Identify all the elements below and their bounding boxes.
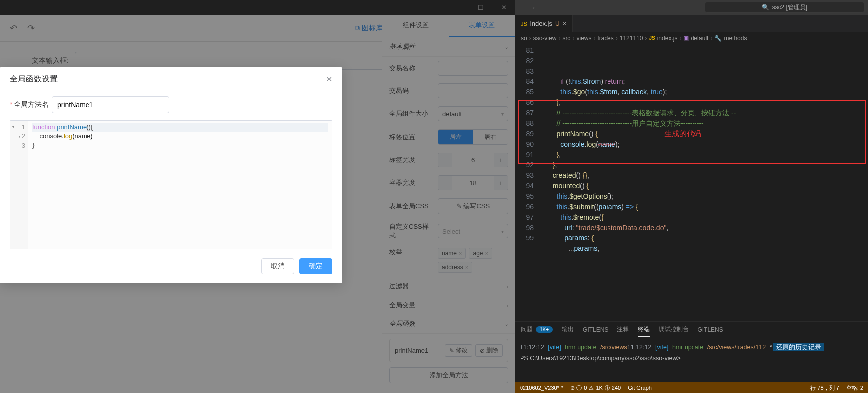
panel-tabs: 问题 1K+ 输出 GITLENS 注释 终端 调试控制台 GITLENS <box>515 321 868 337</box>
code-content[interactable]: if (!this.$from) return; this.$go(this.$… <box>538 44 868 321</box>
panel-tab-terminal[interactable]: 终端 <box>638 323 650 337</box>
search-icon: 🔍 <box>762 4 769 11</box>
close-icon[interactable]: ✕ <box>326 75 332 84</box>
panel-tab-problems[interactable]: 问题 1K+ <box>521 323 553 336</box>
panel-tab-gitlens2[interactable]: GITLENS <box>697 324 723 336</box>
code-editor[interactable]: 1i 23 function printName(){ console.log(… <box>10 120 332 249</box>
modal-title: 全局函数设置 <box>10 74 58 84</box>
confirm-button[interactable]: 确定 <box>299 258 332 274</box>
workspace-title: sso2 [管理员] <box>772 3 807 12</box>
breadcrumb-sso-view[interactable]: sso-view <box>533 35 557 42</box>
breadcrumb-1121110[interactable]: 1121110 <box>620 35 643 42</box>
nav-forward-icon[interactable]: → <box>529 4 536 11</box>
cancel-button[interactable]: 取消 <box>261 258 294 274</box>
panel-tab-gitlens[interactable]: GITLENS <box>583 324 608 336</box>
editor-tab-indexjs[interactable]: JS index.js U × <box>515 15 573 32</box>
code-editor-main[interactable]: 81828384858687888990919293949596979899 i… <box>515 44 868 321</box>
form-builder-app: — ☐ ✕ ↶ ↷ ⧉图标库🗑清空◉预览保存查看结构 文本输入框: 组件设置 表… <box>0 0 515 393</box>
code-gutter: 1i 23 <box>10 121 28 249</box>
close-icon[interactable]: × <box>563 20 567 27</box>
breadcrumb-index.js[interactable]: JS index.js <box>649 35 677 42</box>
panel-tab-output[interactable]: 输出 <box>562 323 574 336</box>
breadcrumb-views[interactable]: views <box>576 35 591 42</box>
tab-modified-badge: U <box>555 20 560 27</box>
breadcrumb-trades[interactable]: trades <box>597 35 613 42</box>
tab-filename: index.js <box>530 20 552 27</box>
terminal-prompt: PS C:\Users\19213\Desktop\company\sso2\s… <box>520 355 863 362</box>
breadcrumb-src[interactable]: src <box>562 35 570 42</box>
status-errors[interactable]: ⊘ ⓘ 0 ⚠ 1K ⓘ 240 <box>570 384 621 392</box>
statusbar: 0210602_V230* ⊘ ⓘ 0 ⚠ 1K ⓘ 240 Git Graph… <box>515 382 868 393</box>
global-function-modal: 全局函数设置 ✕ *全局方法名 1i 23 function printName… <box>0 67 342 283</box>
panel-tab-debug[interactable]: 调试控制台 <box>659 323 689 336</box>
breadcrumbs[interactable]: so›sso-view›src›views›trades›1121110›JS … <box>515 32 868 44</box>
vscode-titlebar: ← → 🔍 sso2 [管理员] <box>515 0 868 15</box>
status-branch[interactable]: 0210602_V230* <box>520 385 563 391</box>
terminal-panel[interactable]: 11:12:12 [vite] hmr update /src/views11:… <box>515 337 868 382</box>
status-cursor-pos[interactable]: 行 78，列 7 <box>810 384 839 392</box>
line-gutter: 81828384858687888990919293949596979899 <box>515 44 538 321</box>
js-file-icon: JS <box>521 21 527 27</box>
code-body[interactable]: function printName(){ console.log(name) … <box>28 121 332 249</box>
breadcrumb-so[interactable]: so <box>521 35 527 42</box>
command-center[interactable]: 🔍 sso2 [管理员] <box>705 2 864 13</box>
nav-back-icon[interactable]: ← <box>519 4 525 11</box>
status-gitgraph[interactable]: Git Graph <box>628 385 652 391</box>
breadcrumb-methods[interactable]: 🔧 methods <box>714 35 747 42</box>
breadcrumb-default[interactable]: ▣ default <box>683 35 708 42</box>
label-method-name: 全局方法名 <box>14 100 49 108</box>
vscode-app: ← → 🔍 sso2 [管理员] JS index.js U × so›sso-… <box>515 0 868 393</box>
input-method-name[interactable] <box>52 96 169 113</box>
status-spaces[interactable]: 空格: 2 <box>846 384 863 392</box>
panel-tab-comment[interactable]: 注释 <box>617 323 629 336</box>
editor-tabs: JS index.js U × <box>515 15 868 32</box>
restore-history-link[interactable]: 还原的历史记录 <box>773 343 824 351</box>
problems-badge: 1K+ <box>536 326 553 333</box>
